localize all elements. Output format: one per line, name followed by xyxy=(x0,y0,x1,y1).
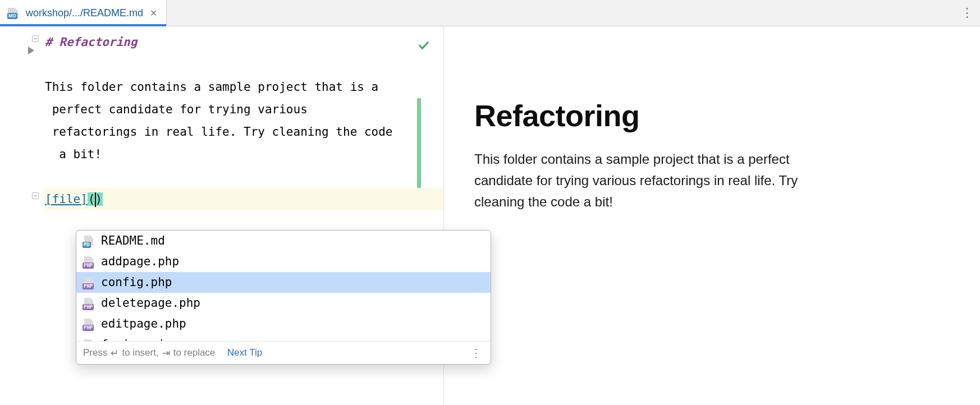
editor-line[interactable] xyxy=(44,53,443,76)
tab-key-icon: ⇥ xyxy=(162,347,170,359)
preview-paragraph: This folder contains a sample project th… xyxy=(474,149,845,213)
editor-line[interactable]: refactorings in real life. Try cleaning … xyxy=(44,121,443,143)
autocomplete-item[interactable]: PHPdeletepage.php xyxy=(76,293,491,314)
editor-tab[interactable]: MD workshop/.../README.md ✕ xyxy=(0,0,167,26)
autocomplete-item[interactable]: PHPaddpage.php xyxy=(76,251,491,272)
editor-line[interactable] xyxy=(44,165,443,188)
markdown-file-icon: MD xyxy=(8,8,20,18)
autocomplete-item-label: README.md xyxy=(101,233,165,249)
enter-key-icon: ↵ xyxy=(111,347,118,359)
autocomplete-footer: Press ↵ to insert, ⇥ to replace Next Tip… xyxy=(76,341,491,364)
file-icon: PHP xyxy=(83,277,95,288)
file-icon xyxy=(83,339,95,342)
autocomplete-item-label: addpage.php xyxy=(101,254,179,270)
next-tip-link[interactable]: Next Tip xyxy=(227,347,262,358)
file-icon: PHP xyxy=(83,256,95,268)
editor-pane: # Refactoring This folder contains a sam… xyxy=(0,26,443,405)
markdown-preview-pane: Refactoring This folder contains a sampl… xyxy=(443,26,980,405)
autocomplete-list[interactable]: MDREADME.mdPHPaddpage.phpPHPconfig.phpPH… xyxy=(76,231,491,341)
editor-line[interactable]: perfect candidate for trying various xyxy=(44,98,443,121)
fold-toggle-icon[interactable] xyxy=(31,191,40,200)
file-icon: PHP xyxy=(83,319,95,330)
file-icon: PHP xyxy=(83,298,95,309)
autocomplete-item[interactable]: MDREADME.md xyxy=(76,231,491,251)
editor-line[interactable]: # Refactoring xyxy=(44,31,443,53)
workspace: # Refactoring This folder contains a sam… xyxy=(0,26,980,405)
autocomplete-item-label: config.php xyxy=(101,274,172,291)
tab-title: workshop/.../README.md xyxy=(26,7,143,19)
autocomplete-item[interactable]: favicon.ico xyxy=(76,334,491,341)
autocomplete-item[interactable]: PHPeditpage.php xyxy=(76,314,491,334)
vcs-change-marker[interactable] xyxy=(417,98,421,188)
autocomplete-popup: MDREADME.mdPHPaddpage.phpPHPconfig.phpPH… xyxy=(76,230,491,365)
tab-bar-menu-icon[interactable]: ⋮ xyxy=(961,6,973,20)
editor-line-current[interactable]: [file]() xyxy=(44,188,443,210)
autocomplete-item-label: editpage.php xyxy=(101,316,186,332)
editor-gutter[interactable] xyxy=(0,26,44,405)
editor-line[interactable]: This folder contains a sample project th… xyxy=(44,76,443,98)
autocomplete-item-label: favicon.ico xyxy=(101,337,179,341)
tab-bar: MD workshop/.../README.md ✕ ⋮ xyxy=(0,0,980,26)
autocomplete-menu-icon[interactable]: ⋮ xyxy=(468,346,484,360)
autocomplete-hint: Press ↵ to insert, ⇥ to replace Next Tip xyxy=(83,347,262,359)
run-marker-icon[interactable] xyxy=(28,47,34,54)
close-tab-icon[interactable]: ✕ xyxy=(149,7,158,20)
autocomplete-item-label: deletepage.php xyxy=(101,295,200,311)
inspections-ok-icon[interactable] xyxy=(418,36,430,59)
autocomplete-item[interactable]: PHPconfig.php xyxy=(76,272,491,293)
editor-line[interactable]: a bit! xyxy=(44,143,443,165)
preview-heading: Refactoring xyxy=(474,98,950,133)
file-icon: MD xyxy=(83,236,95,247)
fold-toggle-icon[interactable] xyxy=(31,34,40,43)
